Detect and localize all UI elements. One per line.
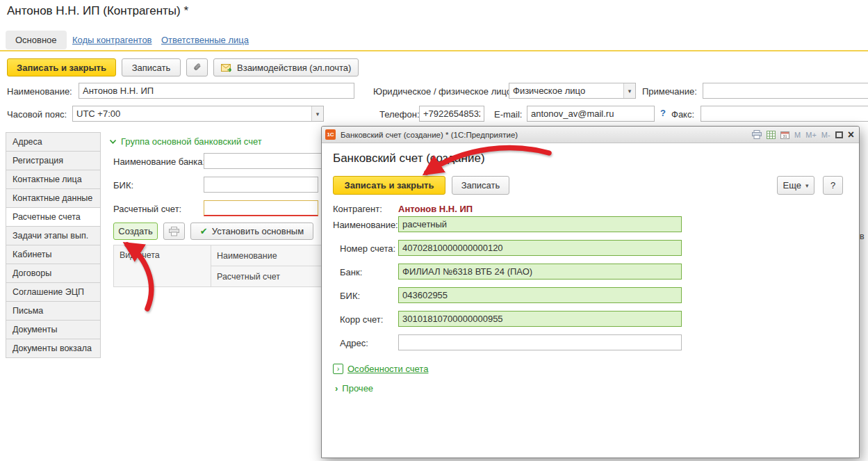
email-help-icon[interactable]: ? bbox=[660, 108, 666, 118]
account-features-label: Особенности счета bbox=[347, 364, 428, 374]
phone-label: Телефон: bbox=[379, 108, 420, 120]
main-bank-account-group-link[interactable]: Группа основной банковский счет bbox=[109, 136, 262, 147]
sidebar-item-contact-persons[interactable]: Контактные лица bbox=[6, 170, 101, 189]
paperclip-icon bbox=[192, 63, 202, 73]
maximize-button[interactable] bbox=[835, 131, 843, 138]
dialog-save-close-button[interactable]: Записать и закрыть bbox=[333, 176, 445, 195]
sidebar-item-contracts[interactable]: Договоры bbox=[6, 264, 101, 283]
table-icon[interactable] bbox=[767, 131, 776, 139]
more-button[interactable]: Еще ▾ bbox=[777, 176, 814, 195]
memory-m-button[interactable]: М bbox=[794, 131, 801, 139]
dialog-window-title: Банковский счет (создание) * (1С:Предпри… bbox=[341, 131, 747, 139]
dialog-bik-label: БИК: bbox=[340, 290, 360, 302]
address-label: Адрес: bbox=[340, 337, 368, 349]
account-name-label: Наименование: bbox=[333, 219, 398, 231]
address-input[interactable] bbox=[398, 334, 682, 350]
tab-counterparty-codes[interactable]: Коды контрагентов bbox=[72, 35, 152, 45]
page-title: Антонов Н.Н. ИП (Контрагенты) * bbox=[7, 4, 188, 18]
bank-label: Банк: bbox=[340, 266, 362, 278]
close-icon[interactable]: × bbox=[848, 129, 854, 140]
dialog-titlebar[interactable]: 1С Банковский счет (создание) * (1С:Пред… bbox=[322, 127, 859, 143]
account-number-input[interactable] bbox=[398, 240, 682, 256]
other-link[interactable]: › Прочее bbox=[335, 383, 373, 394]
email-label: E-mail: bbox=[494, 108, 522, 120]
sidebar-item-cabinets[interactable]: Кабинеты bbox=[6, 245, 101, 264]
chevron-down-icon: ▾ bbox=[805, 182, 809, 189]
attachment-button[interactable] bbox=[186, 58, 208, 76]
create-button[interactable]: Создать bbox=[113, 223, 158, 240]
interactions-label: Взаимодействия (эл.почта) bbox=[237, 63, 351, 73]
tab-main[interactable]: Основное bbox=[6, 31, 67, 49]
sidebar-item-bank-accounts[interactable]: Расчетные счета bbox=[6, 207, 101, 227]
timezone-select[interactable]: ▾ bbox=[72, 106, 324, 122]
timezone-label: Часовой пояс: bbox=[7, 108, 67, 120]
name-label: Наименование: bbox=[7, 86, 72, 97]
bik-label: БИК: bbox=[113, 179, 133, 191]
note-input[interactable] bbox=[703, 83, 868, 99]
chevron-down-icon bbox=[109, 139, 117, 145]
sidebar-item-letters[interactable]: Письма bbox=[6, 301, 101, 321]
save-close-button[interactable]: Записать и закрыть bbox=[7, 58, 116, 76]
corr-account-input[interactable] bbox=[398, 311, 682, 327]
svg-text:31: 31 bbox=[783, 134, 787, 138]
tab-responsible-persons[interactable]: Ответственные лица bbox=[161, 35, 249, 45]
note-label: Примечание: bbox=[642, 86, 697, 97]
column-header-kind[interactable]: Вид счета bbox=[113, 245, 211, 287]
email-input[interactable] bbox=[527, 106, 655, 122]
dialog-save-button[interactable]: Записать bbox=[452, 176, 509, 195]
memory-m-plus-button[interactable]: М+ bbox=[805, 131, 817, 139]
entity-type-select[interactable]: ▾ bbox=[509, 83, 636, 99]
bank-account-dialog: 1С Банковский счет (создание) * (1С:Пред… bbox=[321, 126, 860, 458]
account-label: Расчетный счет: bbox=[113, 203, 181, 215]
entity-type-label: Юридическое / физическое лицо: bbox=[373, 86, 514, 97]
set-main-button[interactable]: ✔ Установить основным bbox=[190, 223, 313, 240]
phone-input[interactable] bbox=[419, 106, 484, 122]
sidebar-item-addresses[interactable]: Адреса bbox=[6, 132, 101, 152]
memory-m-minus-button[interactable]: М- bbox=[821, 131, 830, 139]
print-button[interactable] bbox=[163, 223, 185, 240]
entity-type-value[interactable] bbox=[509, 83, 623, 98]
bik-input[interactable] bbox=[204, 177, 318, 193]
counterparty-label: Контрагент: bbox=[333, 203, 382, 215]
name-input[interactable] bbox=[79, 83, 354, 99]
sidebar-item-registration[interactable]: Регистрация bbox=[6, 151, 101, 170]
account-number-label: Номер счета: bbox=[340, 243, 395, 254]
app-screen: Антонов Н.Н. ИП (Контрагенты) * Основное… bbox=[0, 0, 868, 461]
other-label: Прочее bbox=[342, 383, 373, 394]
save-button[interactable]: Записать bbox=[122, 58, 181, 76]
sidebar-item-documents[interactable]: Документы bbox=[6, 320, 101, 339]
sidebar-item-contact-data[interactable]: Контактные данные bbox=[6, 188, 101, 208]
sidebar-item-agreement-ecp[interactable]: Соглашение ЭЦП bbox=[6, 282, 101, 302]
dialog-help-button[interactable]: ? bbox=[823, 176, 843, 195]
bank-input[interactable] bbox=[398, 264, 682, 280]
group-link-label: Группа основной банковский счет bbox=[121, 136, 262, 147]
corr-account-label: Корр счет: bbox=[340, 314, 383, 325]
counterparty-value[interactable]: Антонов Н.Н. ИП bbox=[398, 203, 473, 215]
sidebar-item-tasks-stages[interactable]: Задачи этапы вып. bbox=[6, 226, 101, 245]
dialog-bik-input[interactable] bbox=[398, 287, 682, 303]
more-label: Еще bbox=[783, 180, 801, 191]
fax-label: Факс: bbox=[671, 108, 694, 120]
chevron-down-icon[interactable]: ▾ bbox=[623, 83, 635, 98]
timezone-value[interactable] bbox=[73, 106, 311, 121]
print-icon[interactable] bbox=[752, 130, 762, 139]
checkmark-icon: ✔ bbox=[200, 226, 208, 236]
fax-input[interactable] bbox=[701, 106, 868, 122]
email-interactions-icon bbox=[221, 63, 233, 72]
account-features-link[interactable]: › Особенности счета bbox=[333, 364, 428, 374]
dialog-heading: Банковский счет (создание) bbox=[333, 152, 485, 165]
account-input[interactable] bbox=[204, 200, 318, 216]
account-name-input[interactable] bbox=[398, 216, 682, 232]
chevron-right-icon: › bbox=[335, 383, 338, 394]
calendar-icon[interactable]: 31 bbox=[780, 131, 789, 139]
sidebar-item-station-documents[interactable]: Документы вокзала bbox=[6, 339, 101, 358]
chevron-down-icon[interactable]: ▾ bbox=[311, 106, 323, 121]
printer-icon bbox=[169, 227, 179, 236]
bank-name-label: Наименование банка: bbox=[113, 156, 205, 168]
1c-app-icon: 1С bbox=[325, 129, 336, 140]
set-main-label: Установить основным bbox=[212, 226, 304, 236]
tabs-separator bbox=[0, 50, 868, 51]
chevron-right-icon: › bbox=[333, 364, 343, 374]
interactions-button[interactable]: Взаимодействия (эл.почта) bbox=[213, 58, 359, 76]
